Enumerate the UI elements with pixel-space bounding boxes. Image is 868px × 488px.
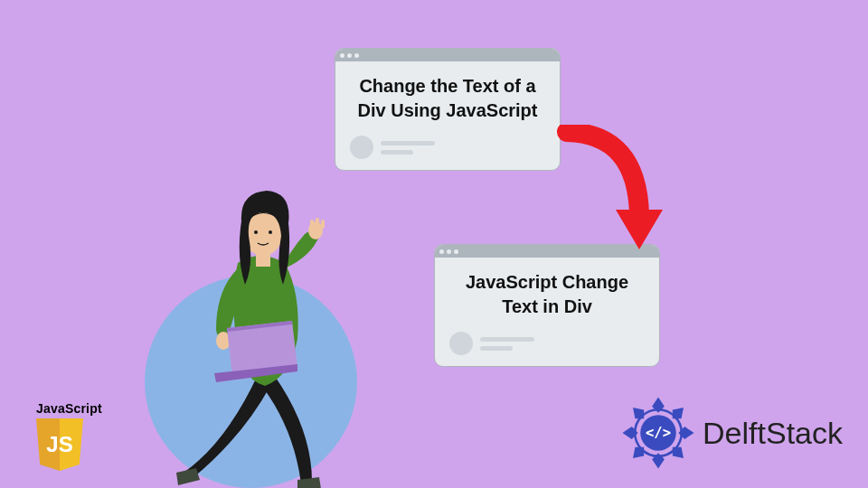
svg-point-8 <box>269 230 272 234</box>
window-dot-icon <box>340 53 344 58</box>
svg-rect-2 <box>310 220 314 229</box>
window-dot-icon <box>347 53 352 58</box>
card-meta <box>449 332 645 355</box>
line-placeholder-icon <box>381 141 435 145</box>
delftstack-logo: </> DelftStack <box>619 394 843 472</box>
window-dot-icon <box>454 249 458 254</box>
javascript-label: JavaScript <box>36 401 102 416</box>
javascript-shield-icon: JS <box>36 418 83 471</box>
window-dot-icon <box>439 249 444 254</box>
svg-text:</>: </> <box>646 425 671 441</box>
card-text: Change the Text of a Div Using JavaScrip… <box>350 74 545 123</box>
line-placeholder-icon <box>480 337 534 342</box>
card-before: Change the Text of a Div Using JavaScrip… <box>335 48 561 171</box>
line-placeholder-icon <box>480 346 513 351</box>
person-illustration <box>176 185 357 488</box>
svg-rect-4 <box>321 220 325 229</box>
avatar-placeholder-icon <box>350 136 373 159</box>
svg-marker-9 <box>616 210 663 249</box>
avatar-placeholder-icon <box>449 332 473 355</box>
javascript-letters: JS <box>46 432 72 457</box>
javascript-badge: JavaScript JS <box>36 401 102 471</box>
svg-rect-3 <box>316 218 319 229</box>
window-dot-icon <box>354 53 359 58</box>
card-text: JavaScript Change Text in Div <box>449 270 645 319</box>
arrow-icon <box>549 125 666 273</box>
window-dot-icon <box>447 249 451 254</box>
svg-point-7 <box>254 230 258 234</box>
delftstack-emblem-icon: </> <box>619 394 697 472</box>
delftstack-name: DelftStack <box>703 416 843 451</box>
line-placeholder-icon <box>381 150 413 155</box>
card-titlebar <box>335 49 560 61</box>
card-meta <box>350 136 545 159</box>
